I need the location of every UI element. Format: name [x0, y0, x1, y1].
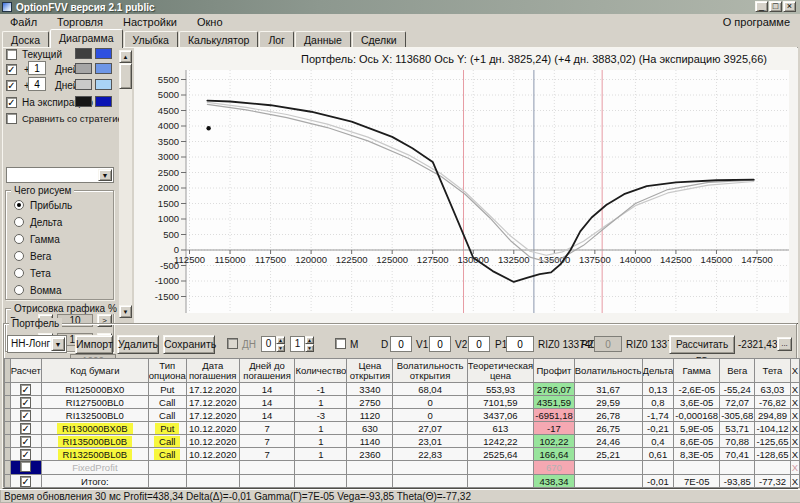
calc-checkbox-cell[interactable]: ✓ — [10, 383, 41, 396]
scroll-down-icon[interactable]: ▼ — [119, 305, 132, 318]
remove-row-button[interactable]: X — [790, 448, 799, 461]
draw-option-6[interactable]: Вомма — [14, 284, 62, 296]
draw-option-3[interactable]: Гамма — [14, 233, 60, 245]
column-header[interactable]: Волатильность — [574, 359, 642, 383]
menu-window[interactable]: Окно — [187, 15, 233, 29]
column-header[interactable]: Дата погашения — [186, 359, 239, 383]
maximize-button[interactable]: □ — [769, 1, 782, 12]
draw-option-4[interactable]: Вега — [14, 250, 51, 262]
calc-checkbox[interactable] — [20, 461, 31, 472]
m-checkbox[interactable] — [335, 338, 346, 349]
more-button[interactable]: ... — [777, 337, 792, 351]
calc-checkbox-cell[interactable]: ✓ — [10, 448, 41, 461]
spinner-up-icon[interactable]: ▲ — [305, 336, 314, 344]
spinner-up-icon[interactable]: ▲ — [276, 336, 285, 344]
radio-icon[interactable] — [14, 251, 24, 261]
dh-spinner-2[interactable]: 1 ▲ ▼ — [290, 336, 314, 352]
tab-log[interactable]: Лог — [259, 31, 294, 48]
column-header[interactable]: Дельта — [642, 359, 674, 383]
sidebar-scrollbar[interactable]: ▲ ▼ — [119, 50, 132, 318]
draw-option-1[interactable]: Прибыль — [14, 199, 72, 211]
tab-calculator[interactable]: Калькулятор — [179, 31, 258, 48]
layer-plus1-checkbox[interactable]: ✓ — [6, 64, 17, 75]
delete-button[interactable]: Удалить — [117, 335, 159, 354]
plus4-color-swatch[interactable] — [75, 79, 92, 90]
column-header[interactable]: Волатильность открытия — [393, 359, 467, 383]
layer-current-checkbox[interactable] — [6, 49, 17, 60]
column-header[interactable]: Расчет — [10, 359, 41, 383]
plus1-days-input[interactable] — [28, 61, 46, 75]
calc-checkbox[interactable]: ✓ — [20, 397, 31, 408]
dh-spinner-1[interactable]: 0 ▲ ▼ — [261, 336, 285, 352]
scroll-up-icon[interactable]: ▲ — [119, 50, 132, 63]
preset-combobox[interactable]: НН-Лонг ▼ — [7, 335, 67, 353]
calc-checkbox[interactable]: ✓ — [20, 436, 31, 447]
compare-strategy-checkbox[interactable] — [6, 113, 17, 124]
column-header[interactable]: Дней до погашения — [239, 359, 295, 383]
save-button[interactable]: Сохранить — [163, 335, 215, 354]
radio-icon[interactable] — [14, 285, 24, 295]
calc-checkbox-cell[interactable]: ✓ — [10, 409, 41, 422]
v1-input[interactable] — [429, 336, 451, 352]
column-header[interactable]: Количество — [295, 359, 347, 383]
column-header[interactable]: Теоретическая цена — [467, 359, 534, 383]
menu-trading[interactable]: Торговля — [47, 15, 113, 29]
remove-row-button[interactable]: X — [790, 475, 799, 488]
scrollbar-thumb[interactable] — [119, 63, 132, 89]
d-input[interactable] — [390, 336, 412, 352]
dropdown-arrow-icon[interactable]: ▼ — [98, 169, 112, 181]
draw-option-2[interactable]: Дельта — [14, 216, 62, 228]
column-header[interactable]: X — [790, 359, 799, 383]
tab-diagram[interactable]: Диаграмма — [50, 29, 123, 48]
plus1-color-swatch[interactable] — [75, 63, 92, 74]
remove-row-button[interactable]: X — [790, 461, 799, 475]
radio-icon[interactable] — [14, 217, 24, 227]
radio-icon[interactable] — [14, 234, 24, 244]
column-header[interactable]: Вега — [720, 359, 755, 383]
tab-deals[interactable]: Сделки — [352, 31, 406, 48]
remove-row-button[interactable]: X — [790, 396, 799, 409]
menu-settings[interactable]: Настройки — [113, 15, 187, 29]
tab-data[interactable]: Данные — [295, 31, 351, 48]
column-header[interactable]: Профит — [534, 359, 575, 383]
dh-checkbox[interactable] — [227, 338, 238, 349]
calc-checkbox[interactable]: ✓ — [20, 449, 31, 460]
strategy-combobox[interactable]: ▼ — [6, 167, 114, 183]
calc-checkbox[interactable]: ✓ — [20, 423, 31, 434]
menu-about[interactable]: О программе — [713, 15, 800, 29]
menu-file[interactable]: Файл — [0, 15, 47, 29]
calc-checkbox-cell[interactable]: ✓ — [10, 422, 41, 435]
spinner-down-icon[interactable]: ▼ — [276, 344, 285, 352]
layer-current-color-swatch[interactable] — [75, 48, 92, 59]
calc-checkbox-cell[interactable]: ✓ — [10, 475, 41, 488]
calc-checkbox[interactable]: ✓ — [20, 476, 31, 487]
calc-margin-button[interactable]: Рассчитать ГО — [669, 335, 735, 354]
calc-checkbox-cell[interactable]: ✓ — [10, 396, 41, 409]
expiration-color2-swatch[interactable] — [95, 96, 112, 107]
remove-row-button[interactable]: X — [790, 422, 799, 435]
v2-input[interactable] — [468, 336, 490, 352]
column-header[interactable]: Код бумаги — [41, 359, 148, 383]
minimize-button[interactable]: _ — [755, 1, 768, 12]
import-button[interactable]: Импорт — [75, 335, 113, 354]
close-button[interactable]: × — [783, 1, 796, 12]
expiration-color-swatch[interactable] — [75, 96, 92, 107]
calc-checkbox-cell[interactable]: ✓ — [10, 435, 41, 448]
column-header[interactable]: Цена открытия — [347, 359, 393, 383]
remove-row-button[interactable]: X — [790, 383, 799, 396]
draw-option-5[interactable]: Тета — [14, 267, 51, 279]
calc-checkbox-cell[interactable] — [10, 461, 41, 475]
column-header[interactable]: Тета — [755, 359, 790, 383]
plus4-days-input[interactable] — [28, 77, 46, 91]
calc-checkbox[interactable]: ✓ — [20, 384, 31, 395]
radio-icon[interactable] — [14, 268, 24, 278]
remove-row-button[interactable]: X — [790, 409, 799, 422]
layer-plus4-checkbox[interactable]: ✓ — [6, 80, 17, 91]
layer-current-color2-swatch[interactable] — [95, 48, 112, 59]
plus4-color2-swatch[interactable] — [95, 79, 112, 90]
calc-checkbox[interactable]: ✓ — [20, 410, 31, 421]
radio-icon[interactable] — [14, 200, 24, 210]
p1-input[interactable] — [506, 336, 534, 352]
remove-row-button[interactable]: X — [790, 435, 799, 448]
column-header[interactable]: Тип опциона — [148, 359, 186, 383]
